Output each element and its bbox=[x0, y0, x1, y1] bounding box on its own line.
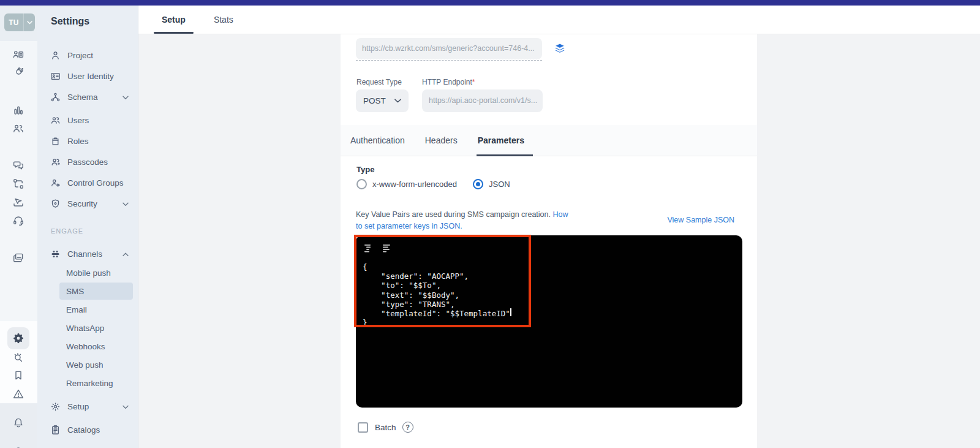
shield-icon bbox=[50, 199, 61, 209]
sidebar-item-label: Control Groups bbox=[67, 178, 124, 188]
sidebar-title: Settings bbox=[51, 16, 89, 27]
sidebar-item-label: Schema bbox=[67, 93, 98, 102]
partial-bottom-icon[interactable] bbox=[12, 439, 24, 448]
sidebar-item-label: Roles bbox=[67, 137, 89, 146]
batch-option-row: Batch ? bbox=[358, 422, 413, 433]
magnet-icon[interactable] bbox=[12, 66, 24, 78]
settings-sidebar: Settings Project User Identity Schema Us… bbox=[37, 6, 138, 448]
chevron-down-icon bbox=[394, 99, 401, 103]
help-circle-icon[interactable]: ? bbox=[402, 422, 413, 433]
page-header: Setup Stats bbox=[138, 6, 980, 34]
sidebar-item-label: Security bbox=[67, 199, 97, 208]
http-endpoint-label: HTTP Endpoint* bbox=[422, 78, 475, 86]
users-icon[interactable] bbox=[12, 123, 24, 135]
view-sample-json-link[interactable]: View Sample JSON bbox=[667, 216, 734, 224]
callback-url-field[interactable]: https://cb.wzrkt.com/sms/generic?account… bbox=[356, 38, 542, 59]
sidebar-item-label: Project bbox=[67, 51, 93, 60]
top-accent-bar bbox=[0, 0, 980, 6]
sidebar-item-label: Catalogs bbox=[67, 425, 100, 435]
sidebar-channel-web-push[interactable]: Web push bbox=[37, 355, 138, 374]
sidebar-item-schema[interactable]: Schema bbox=[37, 86, 138, 107]
sidebar-item-users[interactable]: Users bbox=[37, 110, 138, 131]
sms-setup-panel: https://cb.wzrkt.com/sms/generic?account… bbox=[341, 34, 757, 448]
gear-icon bbox=[50, 401, 61, 412]
key-value-description: Key Value Pairs are used during SMS camp… bbox=[356, 209, 571, 232]
sidebar-item-label: Channels bbox=[67, 249, 102, 259]
users-icon bbox=[50, 115, 61, 126]
sidebar-section-engage: ENGAGE bbox=[51, 227, 83, 235]
send-icon[interactable] bbox=[12, 196, 24, 208]
tab-authentication[interactable]: Authentication bbox=[350, 125, 405, 156]
radio-unselected-icon[interactable] bbox=[356, 179, 367, 189]
channels-hub-icon bbox=[50, 249, 61, 259]
chevron-down-icon[interactable] bbox=[123, 198, 129, 209]
sidebar-channel-sms[interactable]: SMS bbox=[37, 282, 138, 300]
sidebar-channel-whatsapp[interactable]: WhatsApp bbox=[37, 319, 138, 337]
sidebar-item-roles[interactable]: Roles bbox=[37, 131, 138, 151]
layers-icon[interactable] bbox=[554, 42, 566, 55]
journeys-icon[interactable] bbox=[12, 178, 24, 190]
control-groups-icon bbox=[50, 178, 61, 188]
schema-icon bbox=[50, 92, 61, 102]
required-asterisk: * bbox=[472, 78, 475, 86]
account-avatar[interactable]: TU bbox=[4, 13, 35, 31]
type-label: Type bbox=[356, 165, 374, 174]
audience-icon[interactable] bbox=[12, 49, 24, 61]
sidebar-item-label: Passcodes bbox=[67, 158, 108, 167]
sidebar-item-control-groups[interactable]: Control Groups bbox=[37, 172, 138, 193]
annotation-highlight-box bbox=[354, 235, 531, 327]
analytics-icon[interactable] bbox=[12, 104, 24, 116]
sidebar-item-label: Users bbox=[67, 116, 89, 125]
support-icon[interactable] bbox=[12, 215, 24, 227]
settings-gear-icon[interactable] bbox=[12, 332, 24, 344]
sidebar-item-user-identity[interactable]: User Identity bbox=[37, 66, 138, 86]
sidebar-item-channels[interactable]: Channels bbox=[37, 244, 138, 264]
sidebar-channel-webhooks[interactable]: Webhooks bbox=[37, 337, 138, 355]
sidebar-item-project[interactable]: Project bbox=[37, 45, 138, 66]
request-type-label: Request Type bbox=[356, 78, 402, 86]
sidebar-item-label: User Identity bbox=[67, 72, 114, 81]
notifications-icon[interactable] bbox=[12, 417, 24, 429]
sidebar-channel-mobile-push[interactable]: Mobile push bbox=[37, 264, 138, 282]
radio-option-json[interactable]: JSON bbox=[473, 179, 510, 189]
tab-setup[interactable]: Setup bbox=[160, 6, 187, 34]
dashed-divider bbox=[356, 60, 542, 61]
radio-option-urlencoded[interactable]: x-www-form-urlencoded bbox=[356, 179, 457, 189]
passcodes-icon bbox=[50, 157, 61, 167]
http-endpoint-input[interactable]: https://api.aoc-portal.com/v1/s... bbox=[422, 89, 543, 112]
messages-icon[interactable] bbox=[12, 159, 24, 172]
parameters-tab-strip: Authentication Headers Parameters bbox=[341, 125, 757, 156]
batch-checkbox[interactable] bbox=[358, 422, 368, 433]
sidebar-item-passcodes[interactable]: Passcodes bbox=[37, 151, 138, 172]
chevron-down-icon[interactable] bbox=[123, 91, 129, 102]
tab-stats[interactable]: Stats bbox=[213, 6, 235, 34]
chevron-down-icon[interactable] bbox=[24, 13, 35, 31]
avatar-initials: TU bbox=[4, 13, 24, 31]
sidebar-channel-remarketing[interactable]: Remarketing bbox=[37, 374, 138, 392]
id-card-icon bbox=[50, 71, 61, 82]
type-radio-group: x-www-form-urlencoded JSON bbox=[356, 179, 510, 189]
sidebar-item-catalogs[interactable]: Catalogs bbox=[37, 419, 138, 440]
sidebar-item-setup[interactable]: Setup bbox=[37, 396, 138, 417]
tab-parameters[interactable]: Parameters bbox=[478, 125, 524, 156]
request-type-select[interactable]: POST bbox=[356, 89, 409, 112]
chevron-up-icon[interactable] bbox=[123, 248, 129, 259]
person-icon bbox=[50, 50, 61, 61]
alerts-icon[interactable] bbox=[12, 388, 24, 400]
roles-icon bbox=[50, 136, 61, 146]
clipboard-icon bbox=[50, 425, 61, 435]
bookmark-icon[interactable] bbox=[12, 370, 24, 382]
radio-selected-icon[interactable] bbox=[473, 179, 483, 189]
sidebar-item-security[interactable]: Security bbox=[37, 193, 138, 214]
sidebar-channel-email[interactable]: Email bbox=[37, 300, 138, 319]
sidebar-item-label: Setup bbox=[67, 402, 89, 411]
icon-rail: TU bbox=[0, 6, 37, 448]
tab-headers[interactable]: Headers bbox=[425, 125, 458, 156]
library-icon[interactable] bbox=[12, 252, 24, 264]
debug-search-icon[interactable] bbox=[12, 351, 24, 363]
batch-label: Batch bbox=[375, 423, 396, 432]
request-type-value: POST bbox=[363, 96, 386, 105]
chevron-down-icon[interactable] bbox=[123, 401, 129, 412]
